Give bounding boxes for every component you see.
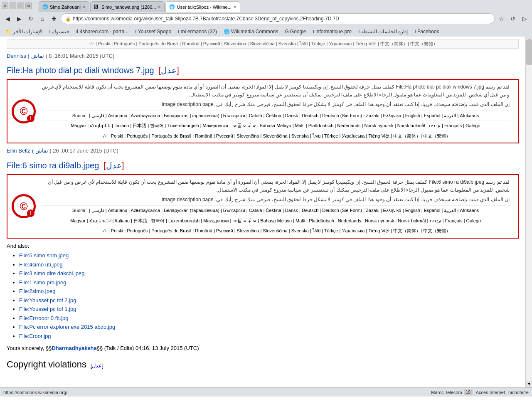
file1-image-desc-text: إن الملف الذي قمت بإضافته سيحذف قريبا. إ… [42, 101, 510, 108]
lang-bar-top: −/+ | Polski | Português | Português do … [7, 39, 519, 49]
file2-notice-text: لقد تم رسم File:6 simo ra di9alb.jpeg كم… [42, 178, 510, 194]
bookmark-idara-sessions[interactable]: f إدارة الجلسات النشطة [356, 28, 410, 35]
forward-button[interactable]: ▶ [14, 14, 24, 24]
comment1-talk-link[interactable]: نقاش [31, 53, 44, 59]
status-url: https://commons.wikimedia.org/ [3, 390, 428, 395]
file2-heading-link[interactable]: File:6 simo ra di9alb.jpeg [7, 161, 99, 170]
bookmarks-bar: 📁 الإشارات الأخر f فيسبوك 4 4shared.com … [0, 26, 532, 37]
file-list-link-9[interactable]: File:Pc error explorer.exe 2015 abdo.jpg [19, 324, 115, 330]
tab-close-1[interactable]: ✕ [82, 5, 86, 9]
file2-notice-langs2: Magyar | Հայերেন | Italiano | 日本語 | 한국어 … [42, 216, 510, 224]
nav-forward-icon[interactable]: ▷ [520, 14, 530, 24]
refresh-button[interactable]: ↻ [26, 14, 36, 24]
file1-notice-langs2: Magyar | Հայերեն | Italiano | 日本語 | 한국어 … [42, 121, 510, 129]
signature-dharma-link[interactable]: Dharmadhyaksha [52, 345, 96, 351]
address-text: https://commons.wikimedia.org/wiki/User_… [73, 16, 490, 22]
signature-suffix: §§ (Talk / Edits) 04:16, 13 July 2015 (U… [97, 345, 199, 351]
file-list-link-6[interactable]: File:Youssef pc tof 2.jpg [19, 297, 76, 303]
list-item: File:Errrooor 0.fb.jpg [19, 314, 519, 323]
scrollbar[interactable]: ▲ ▼ [525, 37, 532, 387]
tab-close-3[interactable]: ✕ [233, 5, 236, 9]
tab-title-1: Simo Zahouani [50, 5, 81, 10]
bookmark-youssef-spopo[interactable]: f Youssef Spopo [133, 28, 173, 35]
title-bar: ✕ − □ ⧉ 🌐 Simo Zahouani ✕ 🖼 Simo_hahowa.… [0, 0, 532, 12]
restore-button[interactable]: ⧉ [25, 2, 32, 9]
status-addon-label-2: Accès Internet [476, 390, 505, 395]
copyright-heading: Copyright violations [عدل] [7, 357, 519, 373]
file1-notice-text: لقد تم رسم File:Ha photo dial pc diali w… [42, 83, 510, 99]
status-addon-acces: Accès Internet [476, 390, 505, 395]
file1-edit-link[interactable]: عدل [161, 66, 177, 75]
tab-favicon-2: 🖼 [94, 4, 100, 10]
bookmark-4shared[interactable]: 4 4shared.com - parta... [74, 28, 131, 35]
list-item: File:4simo uti.jpeg [19, 261, 519, 269]
tab-favicon-3: 🌐 [169, 4, 175, 10]
fb-icon-3: f [178, 29, 180, 34]
fb-icon-1: f [49, 29, 51, 34]
file-list-link-2[interactable]: File:4simo uti.jpeg [19, 261, 63, 268]
comment2-talk-link[interactable]: نقاش [35, 148, 48, 154]
file2-notice-box: © ! لقد تم رسم File:6 simo ra di9alb.jpe… [7, 174, 519, 239]
maximize-button[interactable]: □ [17, 2, 24, 9]
lang-bar-top-text: −/+ | Polski | Português | Português do … [88, 41, 438, 46]
browser-chrome: ✕ − □ ⧉ 🌐 Simo Zahouani ✕ 🖼 Simo_hahowa.… [0, 0, 532, 37]
copyright-edit-link[interactable]: عدل [92, 362, 102, 369]
comment1-author: Denniss ( نقاش ) 16:01, 8 March 2015 (UT… [7, 52, 519, 60]
comment1-author-link[interactable]: Denniss [7, 53, 26, 59]
comment2-author-link[interactable]: Ellin Beltz [7, 148, 30, 154]
bookmark-label-6: Wikimedia Commons [231, 29, 278, 34]
file2-notice-langs1: Suomi | | فارسی | Asturianu | Azərbaycan… [42, 205, 510, 214]
file-list-link-1[interactable]: File:5 simo shm.jpeg [19, 252, 69, 259]
address-bar[interactable]: 🔒 https://commons.wikimedia.org/wiki/Use… [61, 13, 495, 24]
file-list-link-4[interactable]: File:1 simo pro.jpeg [19, 279, 66, 286]
list-item: File:Eroor.jpg [19, 332, 519, 340]
file-list-link-5[interactable]: File:2simo.jpeg [19, 288, 55, 294]
file1-notice-box: © ! لقد تم رسم File:Ha photo dial pc dia… [7, 79, 519, 143]
bookmark-label-4: Youssef Spopo [138, 29, 171, 34]
file2-heading: File:6 simo ra di9alb.jpeg [عدل] [7, 159, 519, 172]
bookmark-button[interactable]: ☆ [496, 14, 506, 24]
copyright-heading-text: Copyright violations [7, 359, 86, 370]
file1-heading-link[interactable]: File:Ha photo dial pc diali windows 7.jp… [7, 66, 154, 75]
bookmark-folder-other[interactable]: 📁 الإشارات الأخر [3, 28, 44, 35]
bookmark-label-5: mi ermanos (32) [181, 29, 217, 34]
tab-simo-zahouani[interactable]: 🌐 Simo Zahouani ✕ [39, 1, 89, 12]
copyright-c-icon: © [20, 103, 27, 119]
fb-icon-2: f [135, 29, 137, 34]
tab-user-talk-slipoz[interactable]: 🌐 User talk:Slipoz - Wikime... ✕ [165, 1, 240, 12]
back-button[interactable]: ◀ [2, 14, 12, 24]
file1-heading: File:Ha photo dial pc diali windows 7.jp… [7, 64, 519, 76]
tab-simo-hahowa[interactable]: 🖼 Simo_hahowa.png (1280... ✕ [90, 1, 165, 12]
file-list-link-3[interactable]: File:3 simo dire dakchi.jpeg [19, 270, 85, 276]
tab-favicon-1: 🌐 [42, 4, 48, 10]
reload-icon[interactable]: ↺ [508, 14, 518, 24]
scrollbar-down-button[interactable]: ▼ [526, 381, 532, 387]
fb-icon-4: f [313, 29, 315, 34]
file-list-link-8[interactable]: File:Errrooor 0.fb.jpg [19, 315, 69, 321]
file2-edit-link[interactable]: عدل [106, 161, 122, 170]
minimize-button[interactable]: − [10, 2, 16, 9]
file-list: File:5 simo shm.jpeg File:4simo uti.jpeg… [7, 251, 519, 340]
list-item: File:5 simo shm.jpeg [19, 251, 519, 260]
close-button[interactable]: ✕ [2, 2, 8, 9]
bookmark-facebook-ar[interactable]: f فيسبوك [47, 28, 71, 35]
list-item: File:Youssef pc tof 1.jpg [19, 305, 519, 313]
bookmark-mi-ermanos[interactable]: f mi ermanos (32) [176, 28, 219, 35]
bookmark-wikimedia-commons[interactable]: 🌐 Wikimedia Commons [222, 28, 280, 35]
home-button[interactable]: ⌂ [37, 14, 47, 24]
status-bar: https://commons.wikimedia.org/ Maroc Tel… [0, 387, 532, 397]
file-list-link-10[interactable]: File:Eroor.jpg [19, 333, 51, 339]
bookmark-google[interactable]: G Google [283, 28, 308, 35]
status-addon-label-1: Maroc Telecom [431, 390, 462, 395]
bookmark-facebook[interactable]: f Facebook [412, 28, 441, 35]
window-controls: ✕ − □ ⧉ [2, 2, 32, 9]
comment2-time: ) 00:17, 26 June 2015 (UTC) [49, 148, 118, 154]
signature-prefix: Yours sincerely, §§ [7, 345, 52, 351]
scrollbar-thumb[interactable] [526, 40, 532, 65]
file-list-link-7[interactable]: File:Youssef pc tof 1.jpg [19, 306, 76, 312]
wiki-icon-1: 🌐 [224, 29, 230, 34]
status-addon-maroc: Maroc Telecom 10 [431, 389, 473, 395]
new-tab-button[interactable]: ✚ [49, 14, 59, 24]
tab-close-2[interactable]: ✕ [158, 5, 161, 9]
bookmark-informatique-pro[interactable]: f informatique.pro [311, 28, 354, 35]
